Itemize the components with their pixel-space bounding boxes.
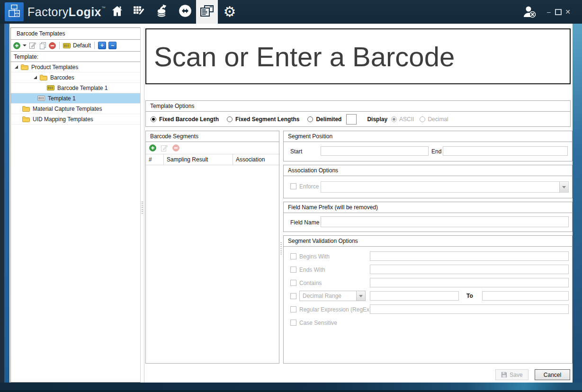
delimited-label[interactable]: Delimited <box>316 116 341 123</box>
template-label-row: Template: <box>11 52 141 62</box>
barcode-yellow-icon <box>47 85 54 90</box>
column-association[interactable]: Association <box>233 154 279 165</box>
tree-item-uid-mapping-templates[interactable]: UID Mapping Templates <box>11 114 141 125</box>
display-decimal-radio[interactable] <box>420 116 425 122</box>
combobox-dropdown-button[interactable] <box>356 291 365 301</box>
display-decimal-label[interactable]: Decimal <box>428 116 448 123</box>
fixed-barcode-length-radio[interactable] <box>151 116 156 122</box>
range-checkbox[interactable] <box>290 293 296 299</box>
nav-home[interactable] <box>106 0 128 24</box>
tree-item-barcode-template-1[interactable]: Barcode Template 1 <box>11 83 141 93</box>
minimize-button[interactable]: – <box>545 0 553 24</box>
data-import-icon <box>155 4 168 19</box>
cancel-button[interactable]: Cancel <box>535 369 570 380</box>
scan-prompt-box[interactable]: Scan or Enter a Barcode <box>145 28 571 84</box>
nav-production[interactable] <box>128 0 150 24</box>
nav-templates[interactable] <box>196 0 218 24</box>
range-from-input[interactable] <box>370 291 459 301</box>
display-ascii-label[interactable]: ASCII <box>399 116 414 123</box>
begins-with-checkbox[interactable] <box>290 253 296 259</box>
barcode-icon <box>63 43 71 48</box>
expander-icon[interactable] <box>34 76 37 79</box>
regex-label[interactable]: Regular Expression (RegEx): <box>299 306 373 313</box>
group-title-text: Template Options <box>150 103 194 109</box>
regex-checkbox[interactable] <box>290 306 296 312</box>
column-number[interactable]: # <box>146 154 164 165</box>
ends-with-input[interactable] <box>370 265 569 274</box>
column-sampling-result[interactable]: Sampling Result <box>164 154 233 165</box>
save-button-label: Save <box>510 372 522 378</box>
inner-splitter[interactable] <box>280 131 283 364</box>
segment-validation-group: Segment Validation Options Begins With E… <box>283 235 573 364</box>
close-button[interactable]: ✕ <box>564 0 572 24</box>
expand-all-button[interactable]: + <box>98 42 106 49</box>
case-sensitive-label[interactable]: Case Sensitive <box>299 320 337 326</box>
window-edge-right-blue <box>573 24 582 383</box>
vertical-splitter[interactable] <box>140 27 144 383</box>
range-type-combobox[interactable]: Decimal Range <box>299 291 366 301</box>
default-template-label[interactable]: Default <box>73 42 91 49</box>
to-label: To <box>466 293 473 299</box>
copy-icon[interactable] <box>39 42 46 49</box>
segment-position-group: Segment Position Start End <box>283 131 573 161</box>
nav-settings[interactable]: ⚙ <box>219 0 241 24</box>
begins-with-input[interactable] <box>370 251 569 261</box>
tree-item-label: Barcode Template 1 <box>57 85 108 91</box>
end-input[interactable] <box>443 146 568 156</box>
contains-label[interactable]: Contains <box>299 280 322 286</box>
collapse-all-button[interactable]: − <box>108 42 116 49</box>
expander-icon[interactable] <box>15 65 18 69</box>
nav-data[interactable] <box>151 0 172 24</box>
regex-input[interactable] <box>370 304 569 314</box>
case-sensitive-checkbox[interactable] <box>290 320 296 326</box>
nav-sync[interactable] <box>174 0 196 24</box>
segments-table-header: # Sampling Result Association <box>146 154 279 165</box>
brand-bold: Logix <box>69 5 101 19</box>
chevron-down-icon <box>359 295 363 297</box>
sidebar-toolbar: Default + − <box>11 40 141 52</box>
maximize-icon <box>555 9 562 15</box>
start-input[interactable] <box>321 146 429 156</box>
user-logout-button[interactable] <box>522 6 537 20</box>
fixed-barcode-length-label[interactable]: Fixed Barcode Length <box>159 116 219 123</box>
add-icon[interactable] <box>13 42 20 49</box>
association-options-group: Association Options Enforce <box>283 165 573 198</box>
delete-icon[interactable] <box>49 42 56 49</box>
delete-segment-icon[interactable] <box>172 144 179 151</box>
contains-checkbox[interactable] <box>290 280 296 286</box>
barcode-templates-panel: Barcode Templates Default + − Template: <box>10 27 142 383</box>
tree-item-template-1-selected[interactable]: Template 1 <box>11 93 141 104</box>
combobox-dropdown-button[interactable] <box>559 182 568 192</box>
tree-item-product-templates[interactable]: Product Templates <box>11 62 141 72</box>
delimiter-input[interactable] <box>346 114 357 125</box>
association-combobox[interactable] <box>321 181 569 193</box>
edit-icon[interactable] <box>29 42 36 49</box>
fixed-segment-lengths-label[interactable]: Fixed Segment Lengths <box>235 116 299 123</box>
range-to-input[interactable] <box>482 291 569 301</box>
field-name-input[interactable] <box>321 216 569 227</box>
fixed-segment-lengths-radio[interactable] <box>227 116 233 122</box>
display-ascii-radio[interactable] <box>391 116 397 122</box>
maximize-button[interactable] <box>554 0 563 24</box>
save-button[interactable]: Save <box>495 369 528 380</box>
sync-icon <box>179 4 192 19</box>
minimize-icon: – <box>547 8 551 16</box>
group-title-text: Barcode Segments <box>150 133 198 140</box>
add-segment-icon[interactable] <box>149 144 156 151</box>
enforce-label[interactable]: Enforce <box>299 183 319 190</box>
tree-item-barcodes[interactable]: Barcodes <box>11 72 141 83</box>
window-edge-left-dark <box>0 24 4 383</box>
edit-segment-icon[interactable] <box>161 144 168 152</box>
template-label: Template: <box>14 53 38 60</box>
delimited-radio[interactable] <box>307 116 313 122</box>
enforce-checkbox[interactable] <box>290 183 296 189</box>
tree-item-material-capture-templates[interactable]: Material Capture Templates <box>11 104 141 114</box>
ends-with-checkbox[interactable] <box>290 267 296 273</box>
tree-item-label: Barcodes <box>50 74 74 81</box>
add-dropdown-caret-icon[interactable] <box>23 45 27 46</box>
begins-with-label[interactable]: Begins With <box>299 253 330 260</box>
minus-icon: − <box>111 43 114 48</box>
settings-gear-icon: ⚙ <box>224 5 236 19</box>
ends-with-label[interactable]: Ends With <box>299 267 325 273</box>
contains-input[interactable] <box>370 278 569 287</box>
